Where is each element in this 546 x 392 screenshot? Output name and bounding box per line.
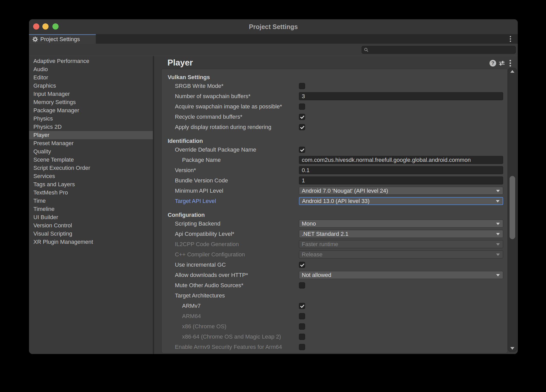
sidebar-item-memory-settings[interactable]: Memory Settings — [29, 98, 153, 106]
search-row — [29, 44, 518, 56]
checkmark-icon — [300, 125, 305, 130]
checkbox-armv7[interactable] — [299, 303, 305, 309]
settings-row-recycle-command-buffers: Recycle command buffers* — [162, 112, 507, 122]
more-icon[interactable] — [507, 59, 514, 67]
window-title: Project Settings — [29, 19, 518, 34]
scroll-down-icon[interactable] — [510, 347, 514, 350]
search-input[interactable] — [370, 47, 513, 53]
dropdown-value: .NET Standard 2.1 — [302, 231, 349, 237]
title-bar: Project Settings — [29, 19, 518, 34]
sidebar-item-input-manager[interactable]: Input Manager — [29, 90, 153, 98]
sidebar-item-package-manager[interactable]: Package Manager — [29, 106, 153, 115]
sidebar-item-editor[interactable]: Editor — [29, 73, 153, 82]
sidebar-item-script-execution-order[interactable]: Script Execution Order — [29, 164, 153, 172]
row-label: ARMv7 — [182, 301, 201, 311]
sidebar-item-adaptive-performance[interactable]: Adaptive Performance — [29, 57, 153, 65]
checkbox-override-default-package-name[interactable] — [299, 147, 305, 153]
scrollbar-thumb[interactable] — [510, 176, 515, 239]
presets-icon[interactable] — [498, 60, 505, 67]
checkbox-mute-other-audio-sources[interactable] — [299, 282, 305, 288]
sidebar-item-services[interactable]: Services — [29, 172, 153, 180]
settings-row-target-architectures: Target Architectures — [162, 291, 507, 301]
checkbox-arm64 — [299, 313, 305, 319]
checkbox-acquire-swapchain-image-late-as-possible[interactable] — [299, 104, 305, 110]
text-field-version[interactable]: 0.1 — [299, 166, 503, 174]
checkbox-x86-chrome-os — [299, 323, 305, 330]
settings-row-x86-64-chrome-os-and-magic-leap-2: x86-64 (Chrome OS and Magic Leap 2) — [162, 332, 507, 342]
tab-strip-more-icon[interactable] — [507, 35, 514, 43]
dropdown-arrow-icon — [496, 190, 500, 192]
checkbox-enable-armv9-security-features-for-arm64 — [299, 344, 305, 350]
dropdown-arrow-icon — [496, 243, 500, 246]
settings-row-api-compatibility-level: Api Compatibility Level*.NET Standard 2.… — [162, 229, 507, 239]
settings-row-acquire-swapchain-image-late-as-possible: Acquire swapchain image late as possible… — [162, 101, 507, 112]
row-label: IL2CPP Code Generation — [175, 239, 239, 249]
sidebar-item-physics[interactable]: Physics — [29, 115, 153, 123]
sidebar-item-audio[interactable]: Audio — [29, 65, 153, 73]
row-label: Package Name — [182, 155, 221, 165]
sidebar-item-preset-manager[interactable]: Preset Manager — [29, 139, 153, 147]
sidebar-item-version-control[interactable]: Version Control — [29, 221, 153, 230]
settings-row-bundle-version-code: Bundle Version Code1 — [162, 175, 507, 186]
dropdown-target-api-level[interactable]: Android 13.0 (API level 33) — [299, 197, 503, 205]
search-box[interactable] — [362, 46, 516, 54]
sidebar-item-graphics[interactable]: Graphics — [29, 82, 153, 90]
dropdown-value: Android 7.0 'Nougat' (API level 24) — [302, 188, 388, 194]
sidebar-item-visual-scripting[interactable]: Visual Scripting — [29, 230, 153, 238]
text-field-package-name[interactable]: com.com2us.hivesdk.normal.freefull.googl… — [299, 156, 503, 164]
sidebar-item-player[interactable]: Player — [29, 131, 153, 139]
row-label: x86-64 (Chrome OS and Magic Leap 2) — [182, 332, 281, 342]
sidebar-item-textmesh-pro[interactable]: TextMesh Pro — [29, 189, 153, 197]
dropdown-allow-downloads-over-http[interactable]: Not allowed — [299, 271, 503, 279]
text-field-number-of-swapchain-buffers[interactable]: 3 — [299, 92, 503, 100]
dropdown-api-compatibility-level[interactable]: .NET Standard 2.1 — [299, 230, 503, 238]
settings-row-mute-other-audio-sources: Mute Other Audio Sources* — [162, 280, 507, 291]
page-title: Player — [167, 57, 193, 69]
sidebar-item-tags-and-layers[interactable]: Tags and Layers — [29, 180, 153, 189]
settings-row-number-of-swapchain-buffers: Number of swapchain buffers*3 — [162, 91, 507, 101]
sidebar-item-ui-builder[interactable]: UI Builder — [29, 213, 153, 221]
row-label: Acquire swapchain image late as possible… — [175, 101, 282, 112]
row-label: Override Default Package Name — [175, 145, 256, 155]
row-label: ARM64 — [182, 311, 201, 321]
row-label: Version* — [175, 165, 196, 175]
scrollbar — [508, 68, 517, 352]
row-label: Recycle command buffers* — [175, 112, 242, 122]
sidebar-item-scene-template[interactable]: Scene Template — [29, 156, 153, 164]
checkbox-use-incremental-gc[interactable] — [299, 262, 305, 268]
settings-row-c-compiler-configuration: C++ Compiler ConfigurationRelease — [162, 249, 507, 260]
tab-project-settings[interactable]: Project Settings — [29, 34, 96, 44]
row-label: Scripting Backend — [175, 219, 220, 229]
checkbox-srgb-write-mode[interactable] — [299, 83, 305, 89]
settings-row-use-incremental-gc: Use incremental GC — [162, 260, 507, 270]
settings-row-x86-chrome-os: x86 (Chrome OS) — [162, 321, 507, 332]
settings-row-version: Version*0.1 — [162, 165, 507, 175]
checkbox-apply-display-rotation-during-rendering[interactable] — [299, 124, 305, 130]
checkmark-icon — [300, 263, 305, 268]
dropdown-arrow-icon — [496, 223, 500, 225]
settings-row-scripting-backend: Scripting BackendMono — [162, 219, 507, 229]
sidebar-item-timeline[interactable]: Timeline — [29, 205, 153, 213]
sidebar-item-time[interactable]: Time — [29, 197, 153, 205]
sidebar-item-xr-plugin-management[interactable]: XR Plugin Management — [29, 238, 153, 246]
text-field-bundle-version-code[interactable]: 1 — [299, 176, 503, 184]
project-settings-window: Project Settings — [29, 19, 518, 354]
sidebar-item-physics-2d[interactable]: Physics 2D — [29, 123, 153, 131]
checkmark-icon — [300, 304, 305, 309]
checkmark-icon — [300, 147, 305, 153]
row-label: Use incremental GC — [175, 260, 226, 270]
dropdown-scripting-backend[interactable]: Mono — [299, 220, 503, 228]
settings-row-srgb-write-mode: SRGB Write Mode* — [162, 81, 507, 91]
row-label: Apply display rotation during rendering — [175, 122, 271, 132]
dropdown-arrow-icon — [496, 233, 500, 235]
checkbox-recycle-command-buffers[interactable] — [299, 114, 305, 120]
row-label: Enable Armv9 Security Features for Arm64 — [175, 342, 282, 352]
sidebar-item-quality[interactable]: Quality — [29, 147, 153, 156]
search-icon — [364, 48, 369, 52]
row-label: Bundle Version Code — [175, 175, 228, 186]
help-icon[interactable]: ? — [489, 60, 496, 67]
dropdown-minimum-api-level[interactable]: Android 7.0 'Nougat' (API level 24) — [299, 187, 503, 195]
dropdown-c-compiler-configuration: Release — [299, 250, 503, 258]
tab-label: Project Settings — [40, 36, 80, 43]
scroll-up-icon[interactable] — [510, 70, 514, 73]
